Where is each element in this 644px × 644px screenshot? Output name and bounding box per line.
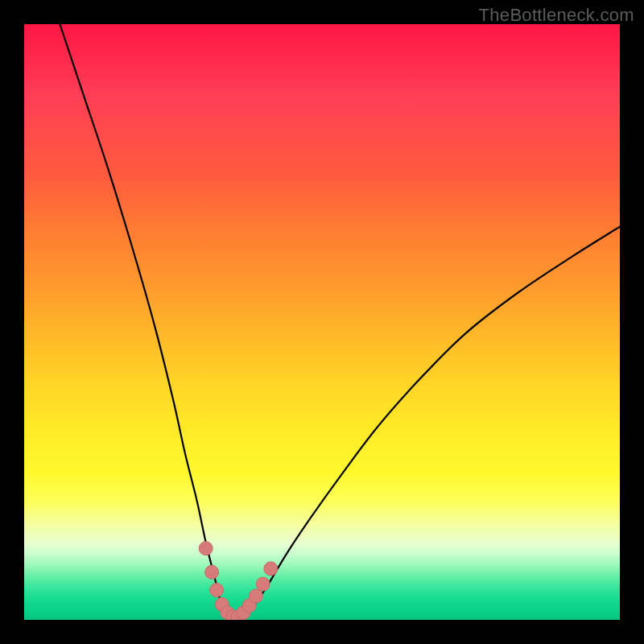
marker-point xyxy=(205,565,219,579)
chart-svg xyxy=(24,24,620,620)
marker-point xyxy=(264,562,278,576)
outer-frame: TheBottleneck.com xyxy=(0,0,644,644)
plot-area xyxy=(24,24,620,620)
bottleneck-curve xyxy=(60,24,620,620)
marker-point xyxy=(210,584,224,597)
watermark-text: TheBottleneck.com xyxy=(479,5,634,26)
marker-point xyxy=(199,542,213,555)
highlighted-points xyxy=(199,542,278,620)
marker-point xyxy=(256,577,270,591)
marker-point xyxy=(249,589,262,603)
